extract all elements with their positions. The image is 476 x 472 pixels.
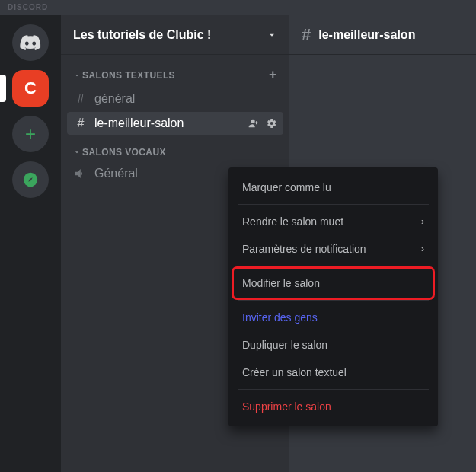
server-rail: C + (0, 15, 61, 472)
divider (238, 266, 429, 266)
chevron-right-icon: › (421, 244, 424, 254)
create-invite-icon[interactable] (247, 117, 259, 129)
compass-icon (22, 171, 39, 188)
ctx-invite[interactable]: Inviter des gens (235, 304, 432, 331)
divider (238, 204, 429, 205)
channel-best-label: le-meilleur-salon (94, 116, 241, 130)
hash-icon: # (302, 25, 311, 45)
ctx-clone[interactable]: Dupliquer le salon (235, 331, 432, 359)
discord-logo-icon (20, 35, 41, 50)
category-text-label: SALONS TEXTUELS (82, 70, 175, 81)
discord-home-button[interactable] (12, 24, 49, 61)
server-clubic[interactable]: C (12, 70, 49, 107)
chevron-down-icon (73, 72, 81, 79)
ctx-delete-label: Supprimer le salon (242, 400, 331, 413)
add-server-button[interactable]: + (12, 116, 49, 152)
channel-general-label: général (94, 92, 277, 106)
category-voice[interactable]: SALONS VOCAUX (67, 144, 283, 161)
ctx-edit-label: Modifier le salon (242, 277, 320, 289)
server-header[interactable]: Les tutoriels de Clubic ! (61, 15, 289, 55)
app-brand-label: DISCORD (8, 3, 48, 11)
divider (238, 389, 429, 390)
divider (238, 300, 429, 301)
hash-icon: # (73, 116, 88, 130)
speaker-icon (73, 167, 88, 180)
server-clubic-letter: C (24, 78, 37, 98)
channel-context-menu: Marquer comme lu Rendre le salon muet › … (228, 167, 438, 426)
chat-header-channel: le-meilleur-salon (318, 28, 415, 42)
ctx-mute[interactable]: Rendre le salon muet › (235, 208, 432, 235)
ctx-create-label: Créer un salon textuel (242, 366, 347, 378)
ctx-clone-label: Dupliquer le salon (242, 339, 327, 351)
add-channel-button[interactable]: + (269, 67, 277, 83)
ctx-invite-label: Inviter des gens (242, 311, 318, 324)
ctx-mark-read-label: Marquer comme lu (242, 181, 331, 193)
chat-header: # le-meilleur-salon (289, 15, 476, 55)
plus-icon: + (25, 123, 36, 145)
ctx-notif-label: Paramètres de notification (242, 243, 366, 255)
category-voice-label: SALONS VOCAUX (82, 147, 166, 158)
ctx-delete[interactable]: Supprimer le salon (235, 393, 432, 420)
ctx-mute-label: Rendre le salon muet (242, 215, 343, 228)
ctx-edit-channel[interactable]: Modifier le salon (235, 269, 432, 297)
explore-servers-button[interactable] (12, 161, 49, 198)
channel-general[interactable]: # général (67, 88, 283, 110)
ctx-notification-settings[interactable]: Paramètres de notification › (235, 235, 432, 263)
server-title: Les tutoriels de Clubic ! (73, 28, 211, 42)
hash-icon: # (73, 92, 88, 106)
chevron-down-icon (267, 30, 277, 40)
gear-icon[interactable] (265, 117, 277, 129)
ctx-create-text[interactable]: Créer un salon textuel (235, 359, 432, 386)
channel-best[interactable]: # le-meilleur-salon (67, 112, 283, 135)
category-text[interactable]: SALONS TEXTUELS + (67, 64, 283, 86)
ctx-mark-read[interactable]: Marquer comme lu (235, 174, 432, 201)
chevron-right-icon: › (421, 216, 424, 227)
chevron-down-icon (73, 148, 81, 156)
